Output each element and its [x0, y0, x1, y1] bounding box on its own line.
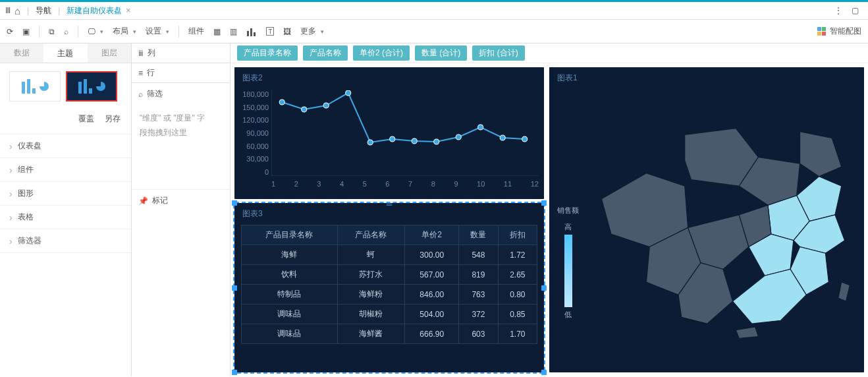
- image-icon[interactable]: 🖼: [283, 27, 291, 36]
- breadcrumb: Ⅲ ⌂ | 导航 | 新建自助仪表盘 × ⋮ ▢: [0, 2, 868, 20]
- copy-icon[interactable]: ⧉: [49, 27, 55, 36]
- grid-icon[interactable]: ▦: [213, 27, 221, 36]
- smart-chart-icon: [817, 27, 826, 36]
- filter-header: ⌕筛选: [132, 83, 230, 105]
- table-icon[interactable]: ▥: [230, 27, 237, 36]
- filter-icon: ⌕: [138, 90, 143, 99]
- chart3-table: 产品目录名称产品名称单价2数量折扣 海鲜蚵300.005481.72饮料苏打水5…: [241, 225, 537, 344]
- tab-theme[interactable]: 主题: [43, 44, 87, 63]
- svg-rect-1: [250, 28, 252, 36]
- more-dropdown[interactable]: 更多: [300, 26, 324, 37]
- svg-point-12: [434, 139, 439, 144]
- refresh-icon[interactable]: ⟳: [7, 27, 13, 36]
- acc-shape[interactable]: 图形: [0, 182, 131, 206]
- svg-rect-2: [254, 32, 256, 36]
- component-button[interactable]: 组件: [188, 26, 204, 37]
- smart-chart-button[interactable]: 智能配图: [817, 26, 861, 37]
- screen-dropdown[interactable]: 🖵: [88, 27, 103, 36]
- pin-icon: 📌: [138, 196, 148, 206]
- svg-point-5: [279, 100, 285, 105]
- text-icon[interactable]: 🅃: [266, 27, 274, 36]
- chart-icon[interactable]: [246, 27, 257, 36]
- table-header: 产品目录名称: [242, 225, 338, 245]
- chart2-yaxis: 180,000150,000120,00090,00060,00030,0000: [237, 90, 269, 176]
- chart2-line: [271, 90, 539, 176]
- rows-header[interactable]: ≡行: [132, 63, 230, 83]
- mark-header: 📌标记: [132, 189, 230, 212]
- svg-rect-0: [247, 31, 249, 36]
- svg-point-9: [367, 140, 373, 145]
- menu-icon[interactable]: Ⅲ: [5, 6, 11, 15]
- table-row[interactable]: 调味品海鲜酱666.906031.70: [242, 324, 537, 344]
- chart1-card[interactable]: 图表1 销售额 高 低: [549, 67, 864, 372]
- breadcrumb-current[interactable]: 新建自助仪表盘: [67, 5, 122, 16]
- pill-row: 产品目录名称 产品名称 单价2 (合计) 数量 (合计) 折扣 (合计): [231, 44, 868, 63]
- overwrite-button[interactable]: 覆盖: [78, 113, 94, 125]
- theme-dark[interactable]: [66, 71, 117, 102]
- table-row[interactable]: 调味品胡椒粉504.003720.85: [242, 304, 537, 324]
- table-row[interactable]: 饮料苏打水567.008192.65: [242, 265, 537, 285]
- tab-layer[interactable]: 图层: [88, 44, 131, 63]
- cols-icon: ⅲ: [138, 49, 144, 58]
- zoom-icon[interactable]: ⌕: [64, 27, 68, 36]
- kebab-icon[interactable]: ⋮: [834, 6, 842, 15]
- rows-icon: ≡: [138, 69, 143, 78]
- svg-point-7: [323, 103, 329, 108]
- left-panel: 数据 主题 图层 覆盖 另存 仪表盘 组件 图形 表格 筛选器: [0, 44, 132, 376]
- svg-point-6: [302, 107, 307, 112]
- chart2-xaxis: 123456789101112: [271, 179, 539, 188]
- mid-panel: ⅲ列 ≡行 ⌕筛选 "维度" 或 "度量" 字 段拖拽到这里 📌标记: [132, 44, 231, 376]
- pill[interactable]: 折扣 (合计): [472, 45, 524, 61]
- layout-dropdown[interactable]: 布局: [113, 26, 136, 37]
- breadcrumb-nav[interactable]: 导航: [36, 5, 51, 16]
- pill[interactable]: 产品目录名称: [237, 45, 298, 61]
- svg-point-8: [346, 90, 351, 96]
- theme-light[interactable]: [9, 71, 61, 102]
- table-header: 单价2: [405, 225, 459, 245]
- acc-dashboard[interactable]: 仪表盘: [0, 134, 131, 158]
- svg-point-16: [522, 136, 528, 142]
- svg-point-13: [456, 134, 461, 140]
- save-as-button[interactable]: 另存: [105, 113, 121, 125]
- table-header: 数量: [459, 225, 498, 245]
- svg-point-14: [478, 125, 483, 130]
- toolbar: ⟳ ▣ ⧉ ⌕ 🖵 布局 设置 组件 ▦ ▥ 🅃 🖼 更多 智能配图: [0, 20, 868, 44]
- acc-table[interactable]: 表格: [0, 206, 131, 229]
- pill[interactable]: 单价2 (合计): [353, 45, 410, 61]
- chart1-legend: 销售额 高 低: [557, 206, 579, 320]
- maximize-icon[interactable]: ▢: [852, 6, 859, 15]
- drop-zone[interactable]: "维度" 或 "度量" 字 段拖拽到这里: [132, 105, 230, 146]
- table-row[interactable]: 特制品海鲜粉846.007630.80: [242, 285, 537, 304]
- acc-filter[interactable]: 筛选器: [0, 229, 131, 253]
- cols-header[interactable]: ⅲ列: [132, 44, 230, 63]
- svg-point-10: [390, 136, 395, 142]
- svg-point-11: [412, 138, 417, 144]
- chart2-card[interactable]: 图表2 180,000150,000120,00090,00060,00030,…: [234, 67, 544, 199]
- resize-handle[interactable]: ═: [387, 200, 393, 209]
- svg-point-15: [500, 135, 505, 140]
- chart3-card[interactable]: ═ 图表3 产品目录名称产品名称单价2数量折扣 海鲜蚵300.005481.72…: [234, 203, 544, 372]
- pill[interactable]: 产品名称: [303, 45, 348, 61]
- table-header: 折扣: [498, 225, 537, 245]
- right-panel: 产品目录名称 产品名称 单价2 (合计) 数量 (合计) 折扣 (合计) 图表2…: [231, 44, 868, 376]
- home-icon[interactable]: ⌂: [14, 5, 20, 16]
- china-map: [589, 83, 857, 366]
- settings-dropdown[interactable]: 设置: [146, 26, 169, 37]
- close-tab-icon[interactable]: ×: [126, 6, 130, 15]
- chart2-title: 图表2: [234, 67, 544, 86]
- pill[interactable]: 数量 (合计): [415, 45, 467, 61]
- table-row[interactable]: 海鲜蚵300.005481.72: [242, 245, 537, 265]
- save-icon[interactable]: ▣: [22, 27, 30, 36]
- acc-component[interactable]: 组件: [0, 158, 131, 182]
- tab-data[interactable]: 数据: [0, 44, 43, 63]
- table-header: 产品名称: [337, 225, 404, 245]
